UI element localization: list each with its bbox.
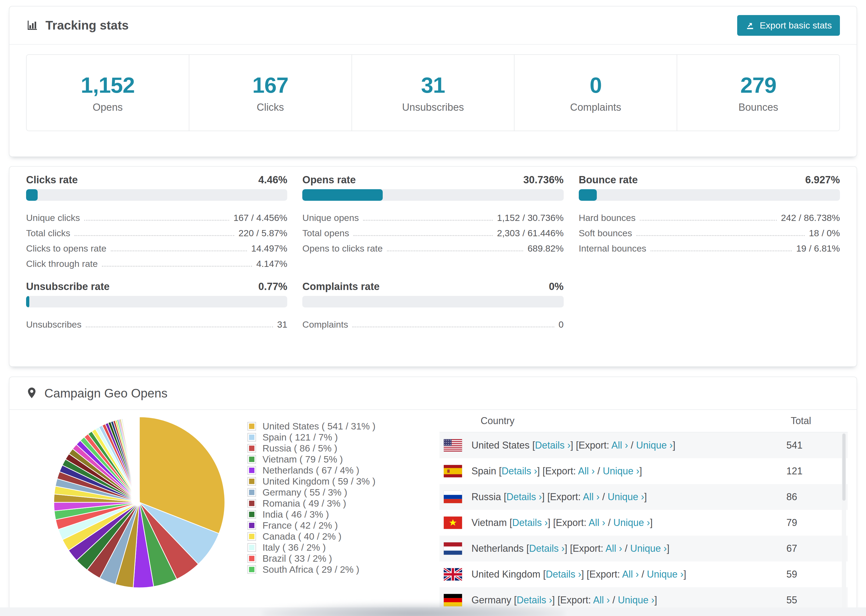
rate-percent: 0% <box>549 281 564 292</box>
export-basic-stats-button[interactable]: Export basic stats <box>737 15 840 36</box>
pie-legend: United States ( 541 / 31% )Spain ( 121 /… <box>247 421 375 575</box>
rate-header: Unsubscribe rate0.77% <box>26 280 287 293</box>
legend-item-united-states[interactable]: United States ( 541 / 31% ) <box>247 421 375 432</box>
export-all-link[interactable]: All › <box>611 440 628 451</box>
legend-item-brazil[interactable]: Brazil ( 33 / 2% ) <box>247 553 375 564</box>
details-link[interactable]: Details › <box>546 569 581 580</box>
export-all-link[interactable]: All › <box>589 517 605 528</box>
dotted-leader <box>640 220 776 221</box>
legend-swatch <box>247 565 256 574</box>
legend-item-spain[interactable]: Spain ( 121 / 7% ) <box>247 432 375 443</box>
export-unique-link[interactable]: Unique › <box>618 594 654 605</box>
flag-icon-es <box>444 465 471 477</box>
legend-swatch <box>247 433 256 442</box>
details-link[interactable]: Details › <box>506 491 542 502</box>
export-unique-link[interactable]: Unique › <box>614 517 650 528</box>
legend-label: United Kingdom ( 59 / 3% ) <box>263 476 375 487</box>
legend-label: Russia ( 86 / 5% ) <box>263 443 337 454</box>
geo-section-header: Campaign Geo Opens <box>9 377 857 409</box>
legend-swatch <box>247 477 256 486</box>
dotted-leader <box>102 266 252 267</box>
rate-title: Unsubscribe rate <box>26 281 109 292</box>
stat-value: 279 <box>740 72 776 98</box>
export-unique-link[interactable]: Unique › <box>608 491 644 502</box>
export-unique-link[interactable]: Unique › <box>630 543 667 554</box>
metric-value: 2,303 / 61.446% <box>497 228 564 238</box>
dotted-leader <box>363 220 493 221</box>
legend-label: South Africa ( 29 / 2% ) <box>263 564 359 575</box>
details-link[interactable]: Details › <box>529 543 565 554</box>
row-total: 79 <box>786 517 797 528</box>
legend-item-russia[interactable]: Russia ( 86 / 5% ) <box>247 443 375 454</box>
row-total: 541 <box>786 440 803 451</box>
stat-label: Opens <box>93 102 123 113</box>
table-row-spain: Spain [Details ›] [Export: All › / Uniqu… <box>439 458 848 484</box>
geo-country-table: Country Total United States [Details ›] … <box>439 410 848 610</box>
rate-block-unsubscribe-rate: Unsubscribe rate0.77%Unsubscribes31 <box>26 280 287 330</box>
row-country-cell: Russia [Details ›] [Export: All › / Uniq… <box>471 491 647 503</box>
legend-item-south-africa[interactable]: South Africa ( 29 / 2% ) <box>247 564 375 575</box>
legend-item-italy[interactable]: Italy ( 36 / 2% ) <box>247 542 375 553</box>
row-country-cell: United Kingdom [Details ›] [Export: All … <box>471 569 686 580</box>
legend-item-vietnam[interactable]: Vietnam ( 79 / 5% ) <box>247 454 375 465</box>
legend-swatch <box>247 488 256 497</box>
metric-value: 19 / 6.81% <box>796 243 840 254</box>
geo-body: United States ( 541 / 31% )Spain ( 121 /… <box>9 410 857 610</box>
country-name: United States <box>471 440 532 451</box>
stat-card-unsubscribes: 31Unsubscribes <box>351 55 514 130</box>
legend-label: Romania ( 49 / 3% ) <box>263 498 346 509</box>
legend-swatch <box>247 499 256 508</box>
legend-swatch <box>247 510 256 519</box>
export-all-link[interactable]: All › <box>593 594 610 605</box>
export-all-link[interactable]: All › <box>605 543 622 554</box>
legend-item-canada[interactable]: Canada ( 40 / 2% ) <box>247 531 375 542</box>
stat-label: Complaints <box>570 102 621 113</box>
export-all-link[interactable]: All › <box>578 465 595 476</box>
export-unique-link[interactable]: Unique › <box>603 465 639 476</box>
legend-item-united-kingdom[interactable]: United Kingdom ( 59 / 3% ) <box>247 476 375 487</box>
summary-stats-strip: 1,152Opens167Clicks31Unsubscribes0Compla… <box>26 54 840 131</box>
header-divider <box>9 44 857 45</box>
progress-fill <box>579 189 597 201</box>
metric-value: 4.147% <box>256 259 287 269</box>
country-name: Vietnam <box>471 517 509 528</box>
metric-label: Total clicks <box>26 228 70 238</box>
table-scrollbar-thumb[interactable] <box>842 434 846 501</box>
export-all-link[interactable]: All › <box>583 491 600 502</box>
details-link[interactable]: Details › <box>535 440 570 451</box>
metric-label: Unsubscribes <box>26 319 82 330</box>
flag-icon-nl <box>444 542 471 555</box>
rate-block-bounce-rate: Bounce rate6.927%Hard bounces242 / 86.73… <box>579 174 840 269</box>
legend-item-germany[interactable]: Germany ( 55 / 3% ) <box>247 487 375 498</box>
legend-item-netherlands[interactable]: Netherlands ( 67 / 4% ) <box>247 465 375 476</box>
export-unique-link[interactable]: Unique › <box>647 569 683 580</box>
export-unique-link[interactable]: Unique › <box>636 440 672 451</box>
column-header-total: Total <box>791 415 811 426</box>
details-link[interactable]: Details › <box>512 517 548 528</box>
table-scrollbar[interactable] <box>842 432 846 610</box>
legend-label: Italy ( 36 / 2% ) <box>263 542 326 553</box>
metric-value: 14.497% <box>251 243 287 254</box>
row-total: 55 <box>786 594 797 606</box>
legend-item-romania[interactable]: Romania ( 49 / 3% ) <box>247 498 375 509</box>
pie-slice-other-75[interactable] <box>139 417 139 502</box>
details-link[interactable]: Details › <box>502 465 537 476</box>
legend-swatch <box>247 444 256 453</box>
metric-row: Total opens2,303 / 61.446% <box>302 223 564 238</box>
legend-item-india[interactable]: India ( 46 / 3% ) <box>247 509 375 520</box>
campaign-geo-opens-card: Campaign Geo Opens United States ( 541 /… <box>9 377 857 610</box>
legend-swatch <box>247 521 256 530</box>
stat-card-opens: 1,152Opens <box>27 55 189 130</box>
legend-swatch <box>247 422 256 431</box>
metric-value: 18 / 0% <box>809 228 840 238</box>
metric-value: 689.82% <box>527 243 564 254</box>
row-total: 59 <box>786 569 797 580</box>
export-all-link[interactable]: All › <box>622 569 639 580</box>
stat-card-clicks: 167Clicks <box>189 55 351 130</box>
dotted-leader <box>86 327 273 327</box>
rate-metrics: Complaints0 <box>302 314 564 330</box>
rate-header: Bounce rate6.927% <box>579 174 840 186</box>
flag-icon-gb <box>444 568 471 580</box>
country-name: Spain <box>471 465 499 476</box>
legend-item-france[interactable]: France ( 42 / 2% ) <box>247 520 375 531</box>
